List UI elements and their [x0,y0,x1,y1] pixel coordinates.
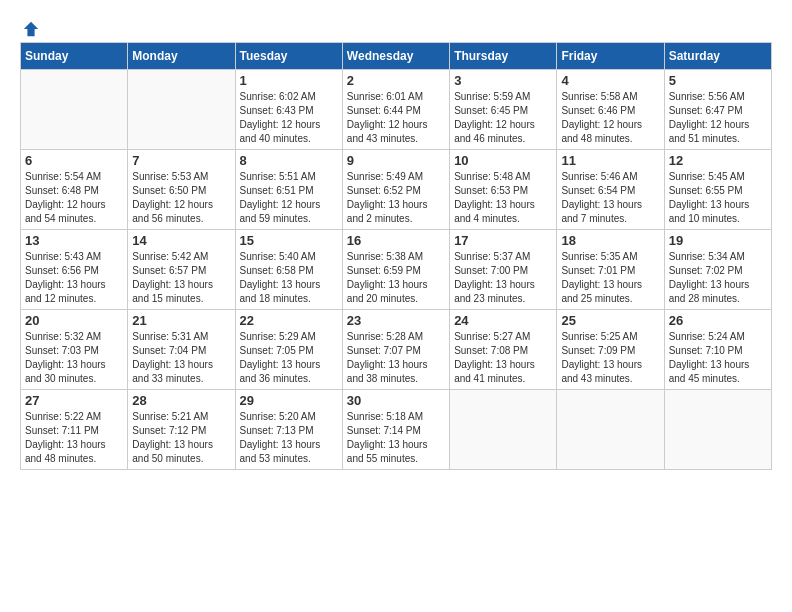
calendar-header-sunday: Sunday [21,43,128,70]
day-number: 5 [669,73,767,88]
day-number: 1 [240,73,338,88]
day-info: Sunrise: 5:42 AM Sunset: 6:57 PM Dayligh… [132,250,230,306]
calendar-header-wednesday: Wednesday [342,43,449,70]
day-info: Sunrise: 5:58 AM Sunset: 6:46 PM Dayligh… [561,90,659,146]
day-number: 11 [561,153,659,168]
day-number: 29 [240,393,338,408]
page-header [20,20,772,32]
svg-marker-0 [24,22,38,36]
calendar-header-friday: Friday [557,43,664,70]
day-info: Sunrise: 5:28 AM Sunset: 7:07 PM Dayligh… [347,330,445,386]
day-info: Sunrise: 5:51 AM Sunset: 6:51 PM Dayligh… [240,170,338,226]
calendar-cell: 27Sunrise: 5:22 AM Sunset: 7:11 PM Dayli… [21,390,128,470]
day-info: Sunrise: 5:38 AM Sunset: 6:59 PM Dayligh… [347,250,445,306]
calendar-week-row: 27Sunrise: 5:22 AM Sunset: 7:11 PM Dayli… [21,390,772,470]
day-info: Sunrise: 5:24 AM Sunset: 7:10 PM Dayligh… [669,330,767,386]
day-number: 2 [347,73,445,88]
calendar-cell: 19Sunrise: 5:34 AM Sunset: 7:02 PM Dayli… [664,230,771,310]
day-number: 22 [240,313,338,328]
calendar-cell: 1Sunrise: 6:02 AM Sunset: 6:43 PM Daylig… [235,70,342,150]
day-number: 28 [132,393,230,408]
calendar-header-row: SundayMondayTuesdayWednesdayThursdayFrid… [21,43,772,70]
day-info: Sunrise: 5:46 AM Sunset: 6:54 PM Dayligh… [561,170,659,226]
day-number: 19 [669,233,767,248]
calendar-cell: 30Sunrise: 5:18 AM Sunset: 7:14 PM Dayli… [342,390,449,470]
calendar-cell: 9Sunrise: 5:49 AM Sunset: 6:52 PM Daylig… [342,150,449,230]
day-number: 23 [347,313,445,328]
day-info: Sunrise: 5:20 AM Sunset: 7:13 PM Dayligh… [240,410,338,466]
calendar-header-saturday: Saturday [664,43,771,70]
day-number: 25 [561,313,659,328]
day-info: Sunrise: 5:34 AM Sunset: 7:02 PM Dayligh… [669,250,767,306]
calendar-cell: 11Sunrise: 5:46 AM Sunset: 6:54 PM Dayli… [557,150,664,230]
day-number: 26 [669,313,767,328]
calendar-table: SundayMondayTuesdayWednesdayThursdayFrid… [20,42,772,470]
calendar-cell [450,390,557,470]
calendar-cell: 15Sunrise: 5:40 AM Sunset: 6:58 PM Dayli… [235,230,342,310]
day-number: 8 [240,153,338,168]
calendar-week-row: 6Sunrise: 5:54 AM Sunset: 6:48 PM Daylig… [21,150,772,230]
day-info: Sunrise: 5:29 AM Sunset: 7:05 PM Dayligh… [240,330,338,386]
day-info: Sunrise: 5:31 AM Sunset: 7:04 PM Dayligh… [132,330,230,386]
calendar-cell: 7Sunrise: 5:53 AM Sunset: 6:50 PM Daylig… [128,150,235,230]
day-number: 20 [25,313,123,328]
day-number: 24 [454,313,552,328]
day-info: Sunrise: 5:59 AM Sunset: 6:45 PM Dayligh… [454,90,552,146]
calendar-cell: 21Sunrise: 5:31 AM Sunset: 7:04 PM Dayli… [128,310,235,390]
day-number: 7 [132,153,230,168]
day-number: 9 [347,153,445,168]
calendar-cell: 10Sunrise: 5:48 AM Sunset: 6:53 PM Dayli… [450,150,557,230]
calendar-cell: 26Sunrise: 5:24 AM Sunset: 7:10 PM Dayli… [664,310,771,390]
day-info: Sunrise: 5:22 AM Sunset: 7:11 PM Dayligh… [25,410,123,466]
calendar-week-row: 20Sunrise: 5:32 AM Sunset: 7:03 PM Dayli… [21,310,772,390]
calendar-cell: 18Sunrise: 5:35 AM Sunset: 7:01 PM Dayli… [557,230,664,310]
day-info: Sunrise: 5:48 AM Sunset: 6:53 PM Dayligh… [454,170,552,226]
day-number: 21 [132,313,230,328]
calendar-cell: 16Sunrise: 5:38 AM Sunset: 6:59 PM Dayli… [342,230,449,310]
calendar-week-row: 13Sunrise: 5:43 AM Sunset: 6:56 PM Dayli… [21,230,772,310]
calendar-cell: 17Sunrise: 5:37 AM Sunset: 7:00 PM Dayli… [450,230,557,310]
calendar-cell: 22Sunrise: 5:29 AM Sunset: 7:05 PM Dayli… [235,310,342,390]
day-number: 6 [25,153,123,168]
logo [20,20,40,32]
calendar-cell: 12Sunrise: 5:45 AM Sunset: 6:55 PM Dayli… [664,150,771,230]
day-info: Sunrise: 5:27 AM Sunset: 7:08 PM Dayligh… [454,330,552,386]
day-number: 15 [240,233,338,248]
calendar-cell: 4Sunrise: 5:58 AM Sunset: 6:46 PM Daylig… [557,70,664,150]
day-number: 27 [25,393,123,408]
calendar-cell: 28Sunrise: 5:21 AM Sunset: 7:12 PM Dayli… [128,390,235,470]
calendar-header-monday: Monday [128,43,235,70]
day-info: Sunrise: 5:37 AM Sunset: 7:00 PM Dayligh… [454,250,552,306]
calendar-header-tuesday: Tuesday [235,43,342,70]
calendar-cell: 24Sunrise: 5:27 AM Sunset: 7:08 PM Dayli… [450,310,557,390]
calendar-cell: 13Sunrise: 5:43 AM Sunset: 6:56 PM Dayli… [21,230,128,310]
calendar-week-row: 1Sunrise: 6:02 AM Sunset: 6:43 PM Daylig… [21,70,772,150]
calendar-cell: 23Sunrise: 5:28 AM Sunset: 7:07 PM Dayli… [342,310,449,390]
day-info: Sunrise: 5:54 AM Sunset: 6:48 PM Dayligh… [25,170,123,226]
day-info: Sunrise: 5:35 AM Sunset: 7:01 PM Dayligh… [561,250,659,306]
day-info: Sunrise: 5:32 AM Sunset: 7:03 PM Dayligh… [25,330,123,386]
day-number: 16 [347,233,445,248]
day-number: 4 [561,73,659,88]
calendar-cell: 5Sunrise: 5:56 AM Sunset: 6:47 PM Daylig… [664,70,771,150]
day-info: Sunrise: 5:45 AM Sunset: 6:55 PM Dayligh… [669,170,767,226]
day-info: Sunrise: 5:49 AM Sunset: 6:52 PM Dayligh… [347,170,445,226]
calendar-cell [557,390,664,470]
day-info: Sunrise: 5:56 AM Sunset: 6:47 PM Dayligh… [669,90,767,146]
logo-icon [22,20,40,38]
calendar-cell [664,390,771,470]
calendar-cell [21,70,128,150]
day-number: 30 [347,393,445,408]
day-info: Sunrise: 5:21 AM Sunset: 7:12 PM Dayligh… [132,410,230,466]
day-number: 3 [454,73,552,88]
day-number: 13 [25,233,123,248]
calendar-cell: 25Sunrise: 5:25 AM Sunset: 7:09 PM Dayli… [557,310,664,390]
calendar-cell: 2Sunrise: 6:01 AM Sunset: 6:44 PM Daylig… [342,70,449,150]
day-info: Sunrise: 5:25 AM Sunset: 7:09 PM Dayligh… [561,330,659,386]
day-info: Sunrise: 6:01 AM Sunset: 6:44 PM Dayligh… [347,90,445,146]
day-number: 18 [561,233,659,248]
calendar-cell: 6Sunrise: 5:54 AM Sunset: 6:48 PM Daylig… [21,150,128,230]
day-number: 12 [669,153,767,168]
calendar-cell: 29Sunrise: 5:20 AM Sunset: 7:13 PM Dayli… [235,390,342,470]
calendar-header-thursday: Thursday [450,43,557,70]
